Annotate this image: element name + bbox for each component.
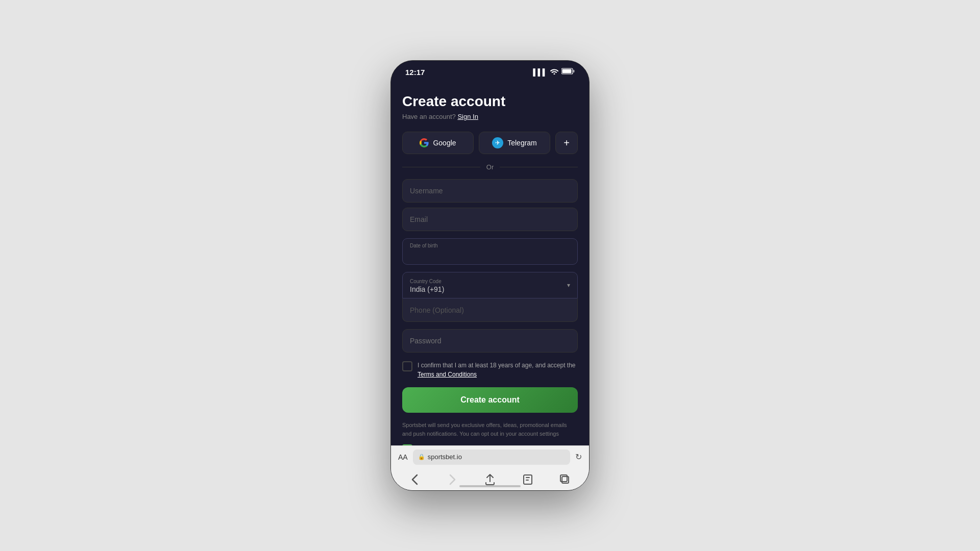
svg-rect-4 [562, 477, 569, 483]
page-title: Create account [402, 93, 578, 110]
username-input[interactable] [402, 179, 578, 203]
tabs-button[interactable] [556, 470, 574, 489]
svg-rect-2 [562, 69, 572, 73]
svg-rect-1 [573, 70, 575, 72]
google-icon [420, 138, 429, 147]
phone-frame: 12:17 ▌▌▌ Create account [390, 60, 590, 491]
reload-icon[interactable]: ↻ [575, 452, 582, 462]
sign-in-link[interactable]: Sign In [457, 113, 478, 120]
url-text: sportsbet.io [428, 453, 462, 461]
chevron-down-icon: ▾ [567, 282, 570, 289]
svg-rect-5 [560, 475, 567, 482]
email-group [402, 208, 578, 231]
divider-right [500, 167, 578, 167]
email-input[interactable] [402, 208, 578, 231]
aa-button[interactable]: AA [398, 453, 408, 461]
username-group [402, 179, 578, 203]
marketing-text: I agree to receive marketing communicati… [418, 444, 578, 445]
signal-icon: ▌▌▌ [533, 68, 547, 76]
terms-row: I confirm that I am at least 18 years of… [402, 361, 578, 379]
scroll-area[interactable]: Create account Have an account? Sign In … [391, 83, 589, 445]
country-value: India (+91) [410, 285, 570, 293]
country-label: Country Code [410, 279, 570, 284]
social-buttons-row: Google ✈ Telegram + [402, 132, 578, 154]
country-code-field[interactable]: Country Code India (+91) ▾ [402, 272, 578, 298]
status-time: 12:17 [405, 68, 425, 77]
telegram-button[interactable]: ✈ Telegram [479, 132, 550, 154]
create-account-button[interactable]: Create account [402, 387, 578, 413]
battery-icon [561, 68, 575, 76]
have-account-text: Have an account? Sign In [402, 113, 578, 120]
more-social-button[interactable]: + [555, 132, 578, 154]
marketing-row: ✓ I agree to receive marketing communica… [402, 444, 578, 445]
home-indicator [459, 485, 521, 487]
or-divider: Or [402, 163, 578, 171]
country-phone-group: Country Code India (+91) ▾ Phone (Option… [402, 272, 578, 322]
dob-label: Date of birth [410, 243, 570, 248]
status-bar: 12:17 ▌▌▌ [391, 61, 589, 83]
lock-icon: 🔒 [418, 454, 425, 460]
dob-group[interactable]: Date of birth [402, 238, 578, 265]
telegram-icon: ✈ [492, 137, 503, 148]
marketing-checkbox[interactable]: ✓ [402, 444, 412, 445]
phone-input-wrapper[interactable]: Phone (Optional) [402, 298, 578, 322]
divider-text: Or [486, 163, 494, 171]
status-icons: ▌▌▌ [533, 68, 575, 76]
wifi-icon [550, 68, 558, 76]
url-display[interactable]: 🔒 sportsbet.io [413, 449, 570, 465]
phone-placeholder: Phone (Optional) [410, 306, 464, 314]
terms-text: I confirm that I am at least 18 years of… [418, 361, 578, 379]
telegram-label: Telegram [507, 139, 537, 147]
password-input[interactable] [402, 329, 578, 353]
divider-left [402, 167, 480, 167]
terms-link[interactable]: Terms and Conditions [418, 371, 477, 378]
terms-checkbox[interactable] [402, 361, 412, 371]
google-label: Google [433, 139, 456, 147]
google-button[interactable]: Google [402, 132, 474, 154]
promo-text: Sportsbet will send you exclusive offers… [402, 421, 578, 438]
browser-bar: AA 🔒 sportsbet.io ↻ [391, 445, 589, 491]
url-bar: AA 🔒 sportsbet.io ↻ [391, 446, 589, 468]
back-button[interactable] [406, 470, 424, 489]
forward-button[interactable] [443, 470, 461, 489]
browser-nav-bar [391, 468, 589, 491]
bookmarks-button[interactable] [519, 470, 537, 489]
